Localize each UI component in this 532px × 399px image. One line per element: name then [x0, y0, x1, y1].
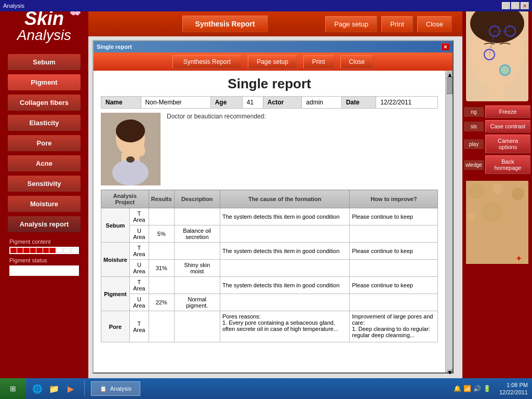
sebum-t-improve: Please continue to keep [350, 208, 438, 225]
report-title: Single report [101, 76, 438, 92]
doctor-content [167, 123, 438, 154]
svg-point-22 [126, 156, 135, 163]
pigment-content-label: Pigment content [9, 238, 79, 245]
start-button[interactable]: ⊞ [0, 378, 26, 399]
info-table: Name Non-Member Age 41 Actor admin Date … [101, 96, 438, 109]
back-homepage-button[interactable]: Back homepage [485, 155, 530, 174]
report-scrollable[interactable]: Single report Name Non-Member Age 41 Act… [94, 71, 445, 373]
scroll-up-arrow[interactable]: ▲ [446, 71, 453, 75]
inner-print-button[interactable]: Print [303, 55, 334, 69]
maximize-button[interactable]: □ [511, 2, 520, 9]
pigment-status-label: Pigment status [9, 257, 79, 263]
pigment-t-area: T Area [129, 277, 149, 294]
table-row: U Area 5% Balance oil secretion [101, 225, 438, 243]
sidebar-item-elasticity[interactable]: Elasticity [8, 115, 81, 131]
patient-photo [101, 113, 161, 185]
page-setup-button[interactable]: Page setup [325, 16, 377, 32]
freeze-button[interactable]: Freeze [485, 105, 530, 118]
age-label: Age [210, 97, 242, 109]
sis-label: sis [464, 122, 484, 131]
pigment-seg-1 [10, 248, 17, 253]
inner-title: Single report [97, 44, 132, 50]
patient-photo-svg [101, 113, 161, 185]
inner-close-button[interactable]: ✕ [441, 43, 449, 50]
close-button[interactable]: Close [417, 16, 452, 32]
doctor-photo-section: Doctor or beautician recommended: [101, 113, 438, 185]
age-value: 41 [242, 97, 263, 109]
inner-close-btn[interactable]: Close [340, 55, 374, 69]
inner-synthesis-button[interactable]: Synthesis Report [172, 55, 242, 69]
inner-titlebar: Single report ✕ [94, 41, 453, 52]
play-label: play [464, 139, 484, 149]
close-button[interactable]: ✕ [521, 2, 529, 9]
moisture-t-desc [174, 243, 220, 260]
sidebar-item-sebum[interactable]: Sebum [8, 54, 81, 70]
sidebar-item-collagen[interactable]: Collagen fibers [8, 95, 81, 111]
pore-t-improve: Improvement of large pores and care:1. D… [350, 311, 438, 342]
svg-point-21 [112, 159, 149, 185]
scroll-down-arrow[interactable]: ▼ [446, 368, 453, 373]
window-titlebar: Analysis _ □ ✕ [0, 0, 532, 11]
main-toolbar: Synthesis Report Page setup Print Close [88, 11, 462, 36]
taskbar-tray: 🔔 📶 🔊 🔋 [449, 385, 495, 392]
pigment-status-value [9, 265, 79, 276]
case-contrast-button[interactable]: Case contrast [485, 120, 530, 132]
camera-options-button[interactable]: Camera options [485, 135, 530, 153]
pigment-seg-4 [30, 248, 36, 253]
sidebar-item-pigment[interactable]: Pigment [8, 74, 81, 90]
svg-point-10 [469, 183, 484, 199]
minimize-button[interactable]: _ [502, 2, 510, 9]
moisture-t-area: T Area [129, 243, 149, 260]
left-sidebar: 🌸 Skin Analysis Sebum Pigment Collagen f… [0, 0, 88, 378]
taskbar-quick-launch: 🌐 📁 ▶ [26, 381, 82, 396]
face-display [466, 3, 528, 101]
camera-options-row: play Camera options [464, 135, 530, 153]
sidebar-item-analysis-report[interactable]: Analysis report [8, 216, 81, 232]
col-improve: How to improve? [350, 190, 438, 208]
pigment-u-area: U Area [129, 294, 149, 311]
svg-point-13 [467, 213, 475, 221]
scrollbar-thumb[interactable] [446, 76, 453, 94]
table-row: Pore T Area Pores reasons:1. Every pore … [101, 311, 438, 342]
print-button[interactable]: Print [381, 16, 413, 32]
pore-t-area: T Area [129, 311, 149, 342]
col-project: Analysis Project [101, 190, 149, 208]
pigment-seg-2 [17, 248, 23, 253]
taskbar-app-item[interactable]: 📋 Analysis [91, 381, 140, 396]
doctor-label: Doctor or beautician recommended: [167, 113, 438, 120]
moisture-u-results: 31% [149, 260, 174, 277]
col-description: Description [174, 190, 220, 208]
taskbar-date-text: 12/22/2011 [499, 389, 528, 396]
sidebar-item-moisture[interactable]: Moisture [8, 196, 81, 212]
taskbar: ⊞ 🌐 📁 ▶ 📋 Analysis 🔔 📶 🔊 🔋 1:08 PM 12/22… [0, 378, 532, 399]
moisture-t-results [149, 243, 174, 260]
sidebar-item-acne[interactable]: Acne [8, 155, 81, 171]
taskbar-time-text: 1:08 PM [499, 381, 528, 389]
inner-page-setup-button[interactable]: Page setup [248, 55, 297, 69]
pigment-seg-10 [71, 248, 78, 253]
sidebar-item-sensitivity[interactable]: Sensitivity [8, 176, 81, 192]
svg-point-19 [116, 119, 145, 142]
tray-notify-icon: 🔔 [454, 385, 461, 392]
taskbar-folder-icon[interactable]: 📁 [47, 381, 61, 396]
taskbar-clock: 1:08 PM 12/22/2011 [495, 381, 532, 396]
svg-rect-2 [489, 83, 505, 99]
scrollbar[interactable]: ▲ ▼ [445, 71, 453, 373]
back-homepage-row: wledge Back homepage [464, 155, 530, 174]
svg-point-12 [512, 188, 524, 200]
taskbar-media-icon[interactable]: ▶ [63, 381, 78, 396]
taskbar-ie-icon[interactable]: 🌐 [30, 381, 45, 396]
sidebar-item-pore[interactable]: Pore [8, 135, 81, 151]
tray-network-icon: 📶 [463, 385, 471, 392]
name-label: Name [101, 97, 141, 109]
svg-point-6 [500, 65, 510, 75]
pore-t-desc [174, 311, 220, 342]
pigment-category: Pigment [101, 277, 130, 311]
pigment-t-results [149, 277, 174, 294]
moisture-category: Moisture [101, 243, 130, 277]
pigment-u-cause [220, 294, 350, 311]
col-results: Results [149, 190, 174, 208]
sebum-u-results: 5% [149, 225, 174, 243]
synthesis-report-button[interactable]: Synthesis Report [182, 16, 268, 32]
moisture-u-desc: Shiny skin moist [174, 260, 220, 277]
